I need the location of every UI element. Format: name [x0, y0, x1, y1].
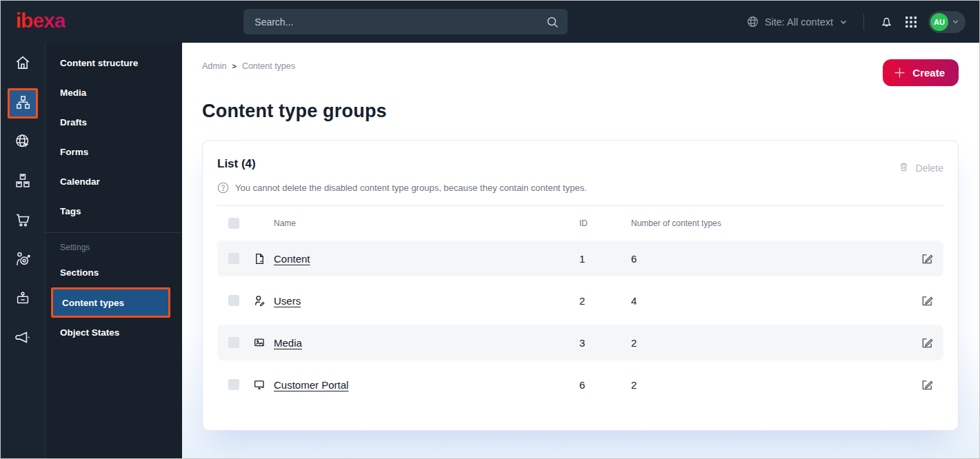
group-count: 2 — [631, 379, 910, 391]
group-link[interactable]: Content — [274, 253, 579, 265]
nav-marketing[interactable] — [8, 324, 38, 354]
person-target-icon — [14, 250, 32, 271]
nav-content-structure[interactable] — [8, 88, 38, 119]
global-search[interactable] — [243, 9, 568, 34]
table-row: Customer Portal 6 2 — [217, 367, 943, 402]
chevron-down-icon — [951, 17, 960, 26]
sidebar-section-settings: Settings — [46, 237, 182, 258]
trash-icon — [898, 161, 910, 175]
column-id: ID — [579, 218, 631, 228]
group-id: 2 — [579, 295, 631, 307]
help-text: You cannot delete the disabled content t… — [235, 183, 587, 193]
globe-icon — [746, 15, 759, 28]
home-icon — [14, 54, 32, 74]
avatar: AU — [930, 13, 948, 31]
help-circle-icon — [217, 182, 229, 194]
sidebar-item-content-structure[interactable]: Content structure — [46, 48, 182, 78]
content-file-icon — [253, 252, 274, 265]
badge-icon — [14, 289, 32, 310]
table-row: Users 2 4 — [217, 283, 943, 318]
sidebar-divider — [46, 232, 182, 233]
table-row: Media 3 2 — [217, 325, 943, 360]
nav-admin[interactable] — [8, 285, 38, 315]
sidebar-item-tags[interactable]: Tags — [46, 196, 182, 226]
nav-commerce[interactable] — [8, 206, 38, 236]
site-context-dropdown[interactable]: Site: All context — [746, 15, 848, 28]
search-input[interactable] — [254, 17, 546, 28]
row-checkbox[interactable] — [228, 253, 239, 264]
customer-portal-icon — [253, 378, 274, 391]
group-link[interactable]: Media — [274, 337, 579, 349]
column-count: Number of content types — [631, 218, 910, 228]
app-window: ibexa Site: All context — [0, 0, 980, 459]
sidebar-item-forms[interactable]: Forms — [46, 137, 182, 167]
search-icon[interactable] — [546, 15, 559, 29]
edit-button[interactable] — [918, 376, 937, 394]
edit-button[interactable] — [918, 292, 937, 310]
list-title: List (4) — [217, 157, 256, 171]
app-grid-icon[interactable] — [905, 16, 917, 28]
table-header: Name ID Number of content types — [217, 206, 943, 241]
group-id: 1 — [579, 253, 631, 265]
nav-site[interactable] — [8, 127, 38, 158]
sidebar-item-sections[interactable]: Sections — [46, 258, 182, 287]
content-type-groups-card: List (4) Delete You cannot delete the di… — [202, 140, 959, 431]
nav-dashboard[interactable] — [8, 49, 38, 79]
topbar: ibexa Site: All context — [1, 1, 979, 43]
topbar-divider — [863, 14, 864, 30]
sidebar-item-content-types[interactable]: Content types — [51, 287, 170, 318]
edit-button[interactable] — [918, 334, 937, 352]
help-row: You cannot delete the disabled content t… — [217, 182, 943, 194]
breadcrumb-separator: > — [232, 62, 236, 70]
create-button[interactable]: Create — [883, 59, 959, 86]
edit-button[interactable] — [918, 249, 937, 268]
users-icon — [253, 294, 274, 307]
select-all-checkbox[interactable] — [228, 218, 239, 229]
topbar-right: Site: All context AU — [746, 11, 966, 33]
group-link[interactable]: Users — [274, 295, 579, 307]
table-row: Content 1 6 — [217, 241, 943, 276]
nav-personalization[interactable] — [8, 245, 38, 276]
globe-cursor-icon — [14, 132, 32, 153]
nav-product-catalog[interactable] — [8, 167, 38, 197]
sidebar-item-calendar[interactable]: Calendar — [46, 167, 182, 196]
media-image-icon — [253, 336, 274, 349]
group-id: 6 — [579, 379, 631, 391]
site-context-label: Site: All context — [765, 17, 833, 28]
group-count: 6 — [631, 253, 910, 265]
column-name: Name — [274, 218, 579, 228]
user-menu[interactable]: AU — [928, 11, 966, 33]
row-checkbox[interactable] — [228, 337, 239, 348]
sidebar-item-drafts[interactable]: Drafts — [46, 108, 182, 137]
plus-icon — [894, 67, 906, 79]
group-count: 4 — [631, 295, 910, 307]
breadcrumb-content-types: Content types — [242, 61, 295, 71]
breadcrumb-admin[interactable]: Admin — [202, 61, 226, 71]
group-link[interactable]: Customer Portal — [274, 379, 579, 391]
row-checkbox[interactable] — [228, 379, 239, 390]
sidebar-item-object-states[interactable]: Object States — [46, 318, 182, 347]
chevron-down-icon — [839, 17, 848, 27]
main-nav-rail — [1, 43, 46, 458]
sidebar-item-media[interactable]: Media — [46, 78, 182, 108]
page-title: Content type groups — [202, 101, 959, 122]
notifications-bell-icon[interactable] — [879, 14, 894, 29]
sitemap-icon — [14, 94, 32, 114]
breadcrumb: Admin > Content types — [202, 61, 295, 71]
boxes-icon — [14, 172, 32, 192]
shopping-cart-icon — [14, 211, 32, 232]
ibexa-logo: ibexa — [16, 10, 66, 34]
main-content: Admin > Content types Create Content typ… — [182, 43, 979, 458]
group-count: 2 — [631, 337, 910, 349]
sidebar: Content structure Media Drafts Forms Cal… — [46, 43, 182, 458]
group-id: 3 — [579, 337, 631, 349]
megaphone-icon — [14, 329, 32, 349]
row-checkbox[interactable] — [228, 295, 239, 306]
delete-button[interactable]: Delete — [898, 161, 943, 175]
